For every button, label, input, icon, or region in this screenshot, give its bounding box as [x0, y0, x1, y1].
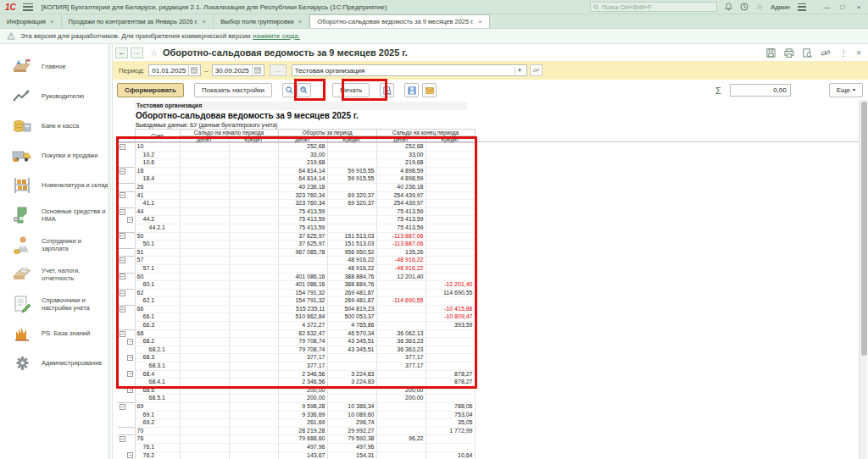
cell-value[interactable]: 254 439,97	[376, 191, 426, 200]
save-icon[interactable]	[766, 48, 776, 58]
cell-value[interactable]: 48 916,22	[327, 264, 376, 273]
cell-value[interactable]: 48 916,22	[327, 257, 376, 265]
collapse-group-icon[interactable]: −	[120, 169, 125, 174]
chevron-down-icon[interactable]: ▾	[515, 67, 524, 74]
cell-account[interactable]: 60	[135, 273, 180, 281]
cell-value[interactable]: 59 915,55	[327, 175, 376, 184]
cell-value[interactable]	[229, 207, 278, 216]
autosum-value-field[interactable]: 0,00	[730, 84, 791, 97]
cell-value[interactable]	[229, 200, 278, 208]
table-row-account-66.3[interactable]: 66.34 372,274 765,86393,59	[118, 322, 475, 330]
cell-account[interactable]: 41	[135, 191, 180, 200]
report-spreadsheet[interactable]: Тестовая организация Оборотно-сальдовая …	[113, 100, 868, 459]
cell-value[interactable]	[376, 451, 426, 459]
cell-value[interactable]: 200,00	[376, 395, 426, 403]
cell-value[interactable]: 35,05	[426, 419, 475, 428]
tree-gutter[interactable]: −	[118, 191, 126, 200]
sidebar-item-9[interactable]: PS: База знаний	[0, 318, 112, 348]
cell-value[interactable]	[327, 183, 376, 191]
cell-value[interactable]: 200,00	[278, 395, 327, 403]
cell-value[interactable]	[180, 395, 229, 403]
cell-value[interactable]	[229, 151, 278, 159]
cell-value[interactable]	[426, 386, 475, 395]
table-row-account-51[interactable]: 51967 085,78956 950,52135,26	[118, 248, 475, 257]
tab-close-icon[interactable]: ×	[50, 18, 54, 25]
cell-value[interactable]: 200,00	[278, 386, 327, 395]
cell-value[interactable]: 252,68	[376, 143, 426, 152]
cell-account[interactable]: 50	[135, 232, 180, 241]
cell-account[interactable]: 44.2.1	[135, 224, 180, 232]
table-row-account-62[interactable]: −62154 791,32269 481,87114 690,55	[118, 289, 475, 297]
service-menu-icon[interactable]	[798, 3, 806, 11]
tree-gutter[interactable]: −	[118, 329, 126, 338]
cell-value[interactable]: 40 236,18	[278, 183, 327, 191]
cell-value[interactable]: 878,27	[426, 370, 475, 379]
table-row-account-26[interactable]: 2640 236,1840 236,18	[118, 183, 475, 191]
cell-account[interactable]: 76.1	[135, 443, 180, 451]
cell-value[interactable]	[229, 419, 278, 428]
cell-value[interactable]: 43 345,51	[327, 346, 376, 354]
get-link-icon[interactable]	[821, 48, 831, 58]
cell-account[interactable]: 68	[135, 329, 180, 338]
table-row-account-68.5.1[interactable]: 68.5.1200,00200,00	[118, 395, 475, 403]
cell-value[interactable]	[426, 167, 475, 175]
cell-value[interactable]	[426, 362, 475, 371]
cell-value[interactable]	[180, 451, 229, 459]
cell-value[interactable]: 401 086,16	[278, 273, 327, 281]
cell-value[interactable]: -113 887,06	[376, 232, 426, 241]
cell-account[interactable]: 26	[135, 183, 180, 191]
table-row-account-41[interactable]: −41323 760,3469 320,37254 439,97	[118, 191, 475, 200]
sidebar-scrollbar[interactable]	[108, 44, 111, 459]
cell-value[interactable]	[180, 313, 229, 322]
cell-account[interactable]: 41.1	[135, 200, 180, 208]
table-row-account-18[interactable]: −1864 814,1459 915,554 898,59	[118, 167, 475, 175]
cell-value[interactable]	[180, 370, 229, 379]
cell-value[interactable]: 36 062,13	[376, 329, 426, 338]
collapse-group-icon[interactable]: −	[127, 452, 133, 458]
cell-value[interactable]	[426, 354, 475, 362]
tree-gutter[interactable]: −	[126, 386, 135, 395]
collapse-group-icon[interactable]: −	[120, 144, 125, 150]
back-button[interactable]: ←	[115, 47, 128, 58]
cell-value[interactable]: 79 708,74	[278, 346, 327, 354]
cell-value[interactable]	[229, 281, 278, 290]
table-row-account-50.1[interactable]: 50.137 625,97151 513,03-113 887,06	[118, 241, 475, 249]
cell-value[interactable]	[376, 370, 426, 379]
cell-value[interactable]: 36 363,23	[376, 346, 426, 354]
preview-icon[interactable]	[803, 48, 812, 58]
table-row-account-68.4[interactable]: −68.42 346,563 224,83878,27	[118, 370, 475, 379]
cell-value[interactable]: -10 809,47	[426, 313, 475, 322]
cell-value[interactable]: 401 086,16	[278, 281, 327, 290]
cell-value[interactable]	[180, 248, 229, 257]
cell-value[interactable]: 377,17	[376, 354, 426, 362]
cell-value[interactable]: 59 915,55	[327, 167, 376, 175]
cell-value[interactable]	[376, 313, 426, 322]
cell-value[interactable]	[229, 411, 278, 419]
current-user[interactable]: Админ	[771, 3, 790, 11]
cell-value[interactable]	[426, 241, 475, 249]
cell-value[interactable]: 69 320,37	[327, 191, 376, 200]
collapse-group-icon[interactable]: −	[120, 436, 125, 442]
print-icon[interactable]	[784, 48, 794, 58]
cell-account[interactable]: 69.1	[135, 411, 180, 419]
cell-account[interactable]: 10.2	[135, 151, 180, 159]
cell-value[interactable]	[229, 313, 278, 322]
table-row-account-66[interactable]: −66515 235,11504 819,23-10 415,88	[118, 305, 475, 313]
cell-value[interactable]: 40 236,18	[376, 183, 426, 191]
cell-account[interactable]: 57	[135, 257, 180, 265]
cell-value[interactable]: 69 320,37	[327, 200, 376, 208]
cell-value[interactable]	[180, 281, 229, 290]
cell-account[interactable]: 69.2	[135, 419, 180, 428]
cell-value[interactable]: 4 765,86	[327, 322, 376, 330]
cell-value[interactable]: 393,59	[426, 322, 475, 330]
cell-value[interactable]	[180, 207, 229, 216]
cell-value[interactable]	[327, 354, 376, 362]
cell-value[interactable]	[180, 143, 229, 152]
tree-gutter[interactable]: −	[118, 435, 126, 444]
cell-value[interactable]	[180, 419, 229, 428]
cell-value[interactable]: -113 887,06	[376, 241, 426, 249]
cell-value[interactable]: 388 884,76	[327, 281, 376, 290]
calendar-icon[interactable]	[252, 65, 261, 75]
cell-value[interactable]: 377,17	[278, 362, 327, 371]
sidebar-item-7[interactable]: Учет, налоги, отчетность	[0, 259, 112, 289]
